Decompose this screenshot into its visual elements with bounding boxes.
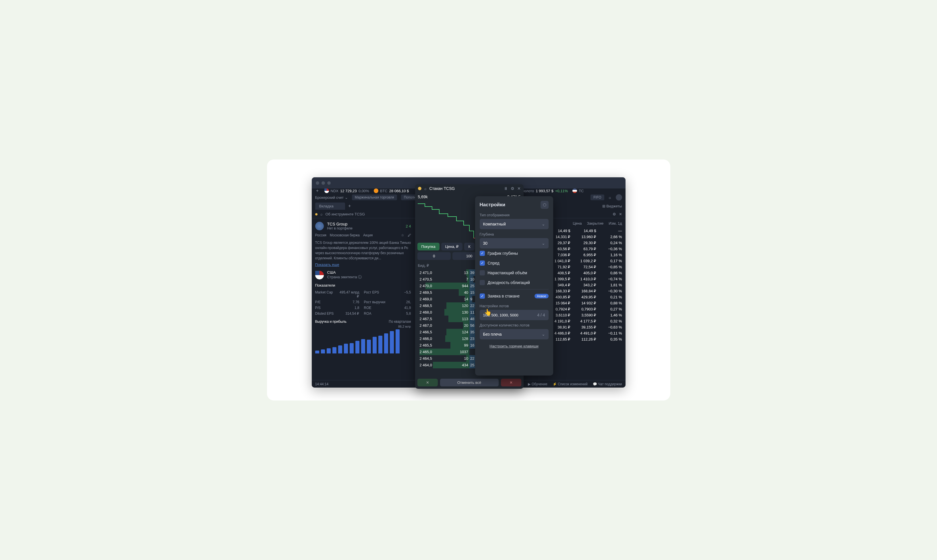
lots-input[interactable]: 4 / 4	[480, 310, 549, 320]
fifo-pill[interactable]: FIFO	[590, 194, 604, 200]
bar	[355, 341, 359, 354]
bar	[367, 340, 371, 354]
changelog-link[interactable]: ⚡ Список изменений	[553, 382, 588, 386]
depth-left: 5,69k	[418, 194, 428, 199]
qty-0[interactable]: 0	[418, 252, 451, 260]
add-ticker-icon[interactable]: +	[315, 188, 320, 193]
instrument-price: 2 4	[405, 224, 411, 228]
col-price[interactable]: Цена	[573, 221, 582, 226]
metric-cell: 26,	[390, 300, 411, 304]
revenue-amount: 86,2 млр	[315, 325, 411, 328]
bar	[338, 345, 342, 354]
theme-icon[interactable]: ☼	[608, 195, 612, 200]
search-text[interactable]: Об инструменте TCSG	[325, 212, 365, 216]
metric-cell: ROA	[364, 312, 385, 315]
star-icon[interactable]: ☆	[401, 233, 404, 237]
gear-icon[interactable]: ⚙	[613, 212, 616, 216]
metric-cell: −5,5	[390, 290, 411, 298]
checkbox-icon: ✓	[480, 294, 485, 298]
clock: 14:44:14	[315, 382, 329, 386]
ticker-btc[interactable]: BTC28 066,10 $	[374, 188, 409, 193]
show-more-link[interactable]: Показать еще	[315, 263, 411, 267]
col-change[interactable]: Изм, 1д	[609, 221, 622, 226]
widgets-button[interactable]: ⊞ Виджеты	[602, 204, 622, 208]
hotkeys-link[interactable]: Настроить горячие клавиши	[480, 344, 549, 348]
chat-link[interactable]: 💬 Чат поддержки	[593, 382, 622, 386]
avail-lots-label: Доступное количество лотов	[480, 323, 549, 327]
tag-exchange[interactable]: Московская биржа	[330, 233, 360, 237]
instrument-name: TCS Group	[327, 222, 353, 226]
price-button[interactable]: Цена, ₽	[441, 243, 462, 251]
bar	[396, 329, 399, 354]
issuer-sub: Страна эмитента ⓘ	[327, 275, 362, 280]
traffic-close[interactable]	[316, 181, 319, 185]
account-select[interactable]: Брокерский счет ⌄	[315, 195, 348, 200]
metric-cell: Рост выручки	[364, 300, 385, 304]
instrument-desc: TCS Group является держателем 100% акций…	[315, 240, 411, 261]
info-icon[interactable]: ⓘ	[358, 275, 362, 279]
tab-main[interactable]: Вкладка	[315, 203, 345, 210]
pause-icon[interactable]: ⏸	[504, 186, 508, 191]
cancel-right-button[interactable]: ✕	[501, 379, 521, 386]
quarter-toggle[interactable]: По кварталам	[389, 320, 411, 324]
bond-yield-check[interactable]: Доходность облигаций	[480, 278, 549, 288]
metric-cell: Рост EPS	[364, 290, 385, 298]
depth-chart-check[interactable]: ✓График глубины	[480, 248, 549, 258]
chevron-down-icon: ⌄	[542, 332, 545, 337]
checkbox-icon	[480, 280, 485, 285]
cancel-all-button[interactable]: Отменить всё	[440, 379, 499, 386]
orderbook-title: Стакан TCSG	[430, 186, 501, 191]
cancel-left-button[interactable]: ✕	[418, 379, 438, 386]
ticker-tc[interactable]: TC	[572, 188, 584, 193]
tag-type[interactable]: Акция	[363, 233, 373, 237]
metric-cell: 7,76	[338, 300, 359, 304]
instrument-tags: Россия Московская биржа Акция ☆ 🖉	[315, 233, 411, 237]
buy-button[interactable]: Покупка	[418, 243, 439, 251]
metric-cell: P/E	[315, 300, 334, 304]
metrics-grid: Market Cap495,47 млрд ₽Рост EPS−5,5P/E7,…	[315, 290, 411, 315]
bid-label: Бид, ₽	[418, 263, 429, 268]
k-button[interactable]: К	[464, 243, 475, 251]
gear-icon[interactable]: ⚙	[511, 186, 515, 191]
bar	[344, 344, 348, 354]
margin-pill[interactable]: Маржинальная торговля	[352, 194, 397, 200]
traffic-max[interactable]	[327, 181, 331, 185]
note-icon[interactable]: 🖉	[408, 233, 411, 237]
add-tab-icon[interactable]: +	[347, 204, 352, 208]
depth-select[interactable]: 30⌄	[480, 238, 549, 248]
cumvol-check[interactable]: Нарастающий объём	[480, 268, 549, 278]
bar	[333, 347, 336, 354]
window-dot-icon[interactable]	[418, 187, 421, 190]
tag-country[interactable]: Россия	[315, 233, 327, 237]
col-close[interactable]: Закрытие	[587, 221, 603, 226]
spread-check[interactable]: ✓Спред	[480, 258, 549, 268]
metric-cell: 5,8	[390, 312, 411, 315]
bar	[350, 343, 354, 354]
search-icon[interactable]: ⌕	[321, 212, 323, 216]
status-dot-icon	[315, 213, 317, 215]
metric-cell: 495,47 млрд ₽	[338, 290, 359, 298]
settings-title: Настройки	[480, 202, 505, 208]
metric-cell: 41,9	[390, 306, 411, 310]
flag-us-icon	[324, 188, 329, 193]
order-in-book-check[interactable]: ✓Заявка в стаканеНовое	[480, 291, 549, 301]
learn-link[interactable]: ▶ Обучение	[528, 382, 547, 386]
search-icon[interactable]: ⌕	[424, 186, 427, 191]
metric-cell: 314,54 ₽	[338, 312, 359, 315]
close-icon[interactable]: ✕	[517, 186, 521, 191]
ticker-ndx[interactable]: NDX12 729,230,00%	[324, 188, 369, 193]
close-icon[interactable]: ✕	[619, 212, 622, 216]
chevron-down-icon: ⌄	[542, 222, 545, 226]
metrics-title: Показатели	[315, 283, 411, 288]
bar	[321, 349, 325, 354]
bar	[384, 333, 388, 354]
avatar[interactable]	[616, 194, 622, 200]
btc-icon	[374, 188, 378, 193]
display-type-label: Тип отображения	[480, 213, 549, 217]
leverage-select[interactable]: Без плеча⌄	[480, 329, 549, 339]
bar	[315, 351, 319, 354]
cube-icon[interactable]: ⬡	[541, 201, 549, 209]
metric-cell: 1,8	[338, 306, 359, 310]
traffic-min[interactable]	[322, 181, 325, 185]
display-select[interactable]: Компактный⌄	[480, 219, 549, 229]
